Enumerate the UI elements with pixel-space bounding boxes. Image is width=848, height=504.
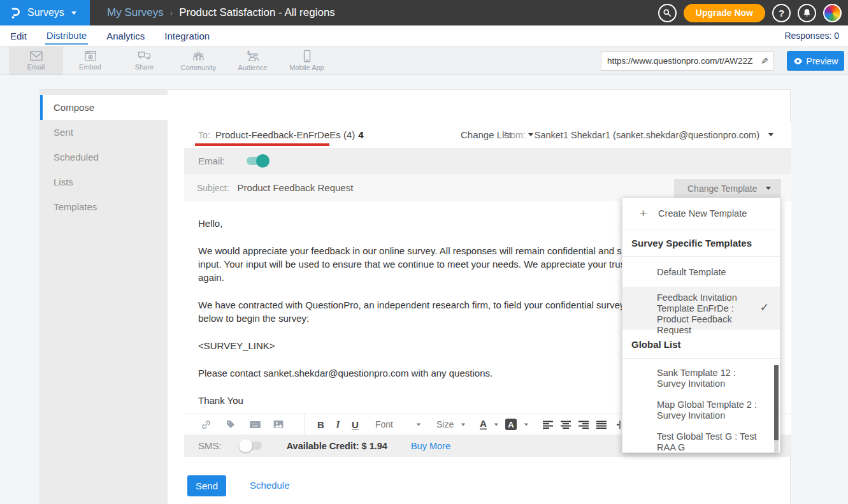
email-icon <box>29 50 43 62</box>
checkmark-icon: ✓ <box>760 302 769 313</box>
size-select[interactable]: Size <box>436 419 466 429</box>
email-toggle-label: Email: <box>198 155 225 166</box>
breadcrumb: My Surveys › Product Satisfaction - All … <box>107 0 335 25</box>
avatar[interactable] <box>823 4 842 22</box>
recipient-list-name: Product-Feedback-EnFrDeEs (4)4 <box>215 129 364 140</box>
svg-text:$: $ <box>247 50 250 56</box>
question-mark-icon: ? <box>779 8 784 18</box>
sidebar-item-sent[interactable]: Sent <box>40 120 168 145</box>
channel-tab-label: Email <box>27 63 45 71</box>
font-select[interactable]: Font <box>375 419 421 429</box>
tab-distribute[interactable]: Distribute <box>45 27 88 45</box>
survey-url-input[interactable] <box>601 56 756 66</box>
keyboard-icon[interactable] <box>250 421 261 429</box>
embed-icon <box>84 50 97 62</box>
recipient-underline <box>195 143 329 146</box>
chevron-down-icon <box>417 423 420 426</box>
merge-tag-icon[interactable] <box>226 419 236 429</box>
menu-item-map-global-template[interactable]: Map Global Template 2 : Survey Invitatio… <box>622 400 780 421</box>
notifications-button[interactable] <box>798 4 816 22</box>
sidebar-item-compose[interactable]: Compose <box>40 95 168 120</box>
channel-tab-label: Mobile App <box>289 64 324 71</box>
help-button[interactable]: ? <box>772 4 791 22</box>
community-icon <box>192 50 205 62</box>
chevron-down-icon <box>494 423 498 426</box>
sidebar-item-scheduled[interactable]: Scheduled <box>40 145 168 169</box>
menu-item-default-template[interactable]: Default Template <box>622 257 780 287</box>
email-toggle[interactable] <box>247 157 268 165</box>
to-label: To: <box>198 130 210 140</box>
sms-toggle[interactable] <box>241 442 262 450</box>
preview-button[interactable]: Preview <box>787 51 844 71</box>
align-center-icon[interactable] <box>561 421 571 429</box>
sidebar-item-templates[interactable]: Templates <box>40 194 168 219</box>
survey-nav: Edit Distribute Analytics Integration Re… <box>0 25 848 47</box>
italic-button[interactable]: I <box>329 419 347 430</box>
channel-tab-email[interactable]: Email <box>9 47 63 75</box>
buy-more-link[interactable]: Buy More <box>411 441 450 451</box>
mobile-app-icon <box>303 50 312 62</box>
insert-image-icon[interactable] <box>273 420 284 429</box>
from-value: Sanket1 Shekdar1 (sanket.shekdar@questio… <box>535 130 759 140</box>
create-new-template-item[interactable]: + Create New Template <box>622 198 780 229</box>
recipient-count: 4 <box>358 129 363 140</box>
questionpro-logo-icon <box>8 6 22 20</box>
align-left-icon[interactable] <box>543 421 553 429</box>
tab-integration[interactable]: Integration <box>163 28 211 44</box>
channel-tab-label: Embed <box>79 63 101 71</box>
channel-tab-mobile-app[interactable]: Mobile App <box>280 47 334 75</box>
breadcrumb-separator: › <box>170 8 173 18</box>
menu-item-feedback-invitation-template[interactable]: Feedback Invitation Template EnFrDe : Pr… <box>622 287 780 329</box>
channel-tab-label: Share <box>135 63 154 71</box>
edit-url-icon[interactable]: ✎ <box>756 56 773 66</box>
menu-item-sank-template[interactable]: Sank Template 12 : Survey Invitation <box>622 368 780 389</box>
upgrade-now-button[interactable]: Upgrade Now <box>684 4 765 22</box>
channel-tab-audience[interactable]: $ Audience <box>226 47 280 75</box>
menu-item-test-global-template[interactable]: Test Global Test G : Test RAA G <box>622 431 780 453</box>
send-button[interactable]: Send <box>187 475 226 496</box>
from-label: From: <box>502 130 526 140</box>
schedule-link[interactable]: Schedule <box>250 480 290 491</box>
breadcrumb-my-surveys[interactable]: My Surveys <box>107 6 164 19</box>
survey-title: Product Satisfaction - All regions <box>179 6 335 19</box>
bold-button[interactable]: B <box>312 419 329 430</box>
channel-tab-embed[interactable]: Embed <box>63 47 117 75</box>
justify-icon[interactable] <box>596 421 607 429</box>
text-color-button[interactable]: A <box>480 419 499 430</box>
responses-count: Responses: 0 <box>784 31 839 41</box>
insert-link-icon[interactable] <box>201 419 212 430</box>
subject-label: Subject: <box>197 183 229 193</box>
background-color-button[interactable]: A <box>505 419 529 430</box>
subject-value[interactable]: Product Feedback Request <box>238 182 354 193</box>
top-bar: Surveys My Surveys › Product Satisfactio… <box>0 0 848 25</box>
survey-url-field: ✎ <box>601 51 774 71</box>
channel-tab-community[interactable]: Community <box>171 47 226 75</box>
bell-icon <box>802 8 812 18</box>
email-toggle-row: Email: <box>184 148 791 174</box>
tab-edit[interactable]: Edit <box>9 28 28 44</box>
chevron-down-icon <box>524 423 528 426</box>
recipient-row: To: Product-Feedback-EnFrDeEs (4)4 Chang… <box>184 122 791 148</box>
chevron-down-icon <box>768 133 773 136</box>
from-dropdown[interactable]: From: Sanket1 Shekdar1 (sanket.shekdar@q… <box>502 122 773 148</box>
product-switcher[interactable]: Surveys <box>0 0 90 25</box>
global-list-header: Global List <box>622 330 780 359</box>
share-icon <box>138 50 151 62</box>
toolbar-divider <box>304 414 305 435</box>
search-icon <box>663 8 672 17</box>
chevron-down-icon <box>766 187 771 190</box>
channel-tabs: Email Embed Share Community $ Audience M… <box>9 47 334 75</box>
menu-scrollbar-thumb[interactable] <box>774 365 779 440</box>
change-template-menu: + Create New Template Survey Specific Te… <box>622 198 780 453</box>
sms-toggle-label: SMS: <box>198 440 222 451</box>
tab-analytics[interactable]: Analytics <box>105 28 146 44</box>
underline-button[interactable]: U <box>347 419 364 430</box>
search-button[interactable] <box>658 4 677 22</box>
align-right-icon[interactable] <box>579 421 589 429</box>
channel-tab-label: Community <box>181 64 217 71</box>
channel-tab-share[interactable]: Share <box>117 47 171 75</box>
change-template-button[interactable]: Change Template <box>674 179 781 198</box>
sidebar-item-lists[interactable]: Lists <box>40 169 168 194</box>
email-sidebar: Compose Sent Scheduled Lists Templates <box>40 90 168 504</box>
brand-label: Surveys <box>27 7 64 18</box>
